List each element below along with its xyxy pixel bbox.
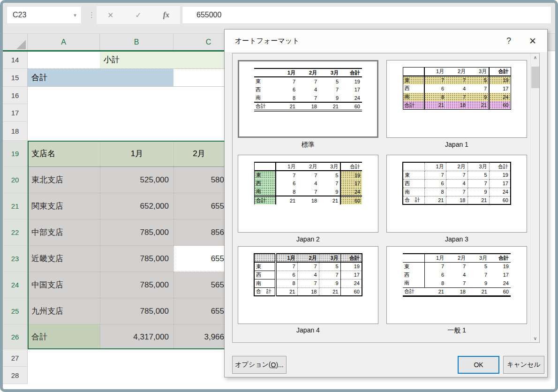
preview-mini-table: 1月2月3月合計東77519西64717南87924合計21182160 (254, 68, 362, 112)
cell-a25[interactable]: 九州支店 (28, 298, 100, 324)
format-label-ippan1: 一般 1 (386, 326, 527, 335)
format-option-japan2[interactable]: 1月2月3月合計東77519西64717南87924合計21182160 (238, 155, 378, 233)
row-header-25[interactable]: 25 (3, 298, 28, 324)
cell-c19[interactable]: 2月 (173, 141, 224, 166)
preview-mini-table: 1月2月3月合計東77519西64717南87924合 計21182160 (254, 253, 362, 296)
cell-a26[interactable]: 合計 (28, 324, 100, 349)
format-option-japan3[interactable]: 1月2月3月合計東77519西64717南87924合 計21182160 (386, 155, 527, 233)
cancel-icon[interactable]: ✕ (102, 11, 119, 20)
row-header-24[interactable]: 24 (3, 272, 28, 298)
scroll-down-icon[interactable]: ∨ (531, 334, 540, 342)
format-option-japan1[interactable]: 1月2月3月合計東77519西64717南87924合計21182160 (386, 60, 527, 138)
format-label-japan1: Japan 1 (386, 141, 527, 148)
preview-mini-table: 1月2月3月合計東77519西64717南87924合計21182160 (403, 253, 511, 297)
format-label-japan2: Japan 2 (238, 235, 378, 243)
drag-handle-icon: ⋮ (88, 6, 95, 24)
cell-a15[interactable]: 合計 (28, 69, 173, 87)
cell-a14[interactable] (28, 51, 100, 69)
dialog-titlebar: オートフォーマット ? ✕ (225, 30, 547, 52)
scrollbar-thumb[interactable] (531, 67, 539, 88)
cell-a19[interactable]: 支店名 (28, 141, 100, 166)
cell-b19[interactable]: 1月 (100, 141, 173, 166)
close-icon[interactable]: ✕ (518, 36, 547, 46)
row-header-18[interactable]: 18 (3, 122, 28, 141)
row-header-21[interactable]: 21 (3, 193, 28, 219)
row-header-27[interactable]: 27 (3, 349, 28, 367)
autoformat-dialog: オートフォーマット ? ✕ 1月2月3月合計東77519西64717南87924… (224, 29, 548, 377)
row-header-14[interactable]: 14 (3, 51, 28, 69)
preview-mini-table: 1月2月3月合計東77519西64717南87924合 計21182160 (402, 162, 511, 205)
select-all-button[interactable] (3, 34, 28, 51)
row-header-28[interactable]: 28 (3, 367, 28, 384)
row-header-26[interactable]: 26 (3, 324, 28, 349)
scrollbar[interactable]: ∧ ∨ (530, 53, 539, 342)
cell-a22[interactable]: 中部支店 (28, 219, 100, 246)
cell-b24[interactable]: 785,000 (100, 272, 173, 298)
cell-b25[interactable]: 785,000 (100, 298, 173, 324)
cell-a24[interactable]: 中国支店 (28, 272, 100, 298)
format-option-japan4[interactable]: 1月2月3月合計東77519西64717南87924合 計21182160 (238, 246, 378, 324)
cell-b22[interactable]: 785,000 (100, 219, 173, 246)
row-header-20[interactable]: 20 (3, 167, 28, 193)
cell-b21[interactable]: 652,000 (100, 193, 173, 219)
ok-button[interactable]: OK (458, 356, 499, 374)
scroll-up-icon[interactable]: ∧ (531, 53, 540, 61)
formula-buttons: ✕ ✓ fx (97, 6, 180, 24)
column-header-b[interactable]: B (100, 34, 173, 51)
window-frame: C23 ▾ ⋮ ✕ ✓ fx 655000 A B C 14 小計 15 合計 (0, 0, 558, 392)
formula-value: 655000 (182, 11, 221, 19)
format-label-standard: 標準 (238, 141, 378, 149)
formula-input[interactable]: 655000 (182, 6, 551, 24)
cell-b20[interactable]: 525,000 (100, 167, 173, 193)
row-header-22[interactable]: 22 (3, 219, 28, 246)
help-icon[interactable]: ? (499, 36, 518, 46)
preview-mini-table: 1月2月3月合計東77519西64717南87924合計21182160 (403, 67, 511, 110)
cell-a23[interactable]: 近畿支店 (28, 246, 100, 272)
table-header-row: 支店名 1月 2月 (28, 141, 224, 167)
chevron-down-icon[interactable]: ▾ (69, 12, 81, 18)
preview-mini-table: 1月2月3月合計東77519西64717南87924合計21182160 (254, 162, 362, 204)
cell-b23[interactable]: 785,000 (100, 246, 173, 272)
cell-a20[interactable]: 東北支店 (28, 167, 100, 193)
row-header-15[interactable]: 15 (3, 69, 28, 87)
cell-a21[interactable]: 関東支店 (28, 193, 100, 219)
options-button[interactable]: オプション(O)... (232, 356, 287, 374)
row-header-19[interactable]: 19 (3, 141, 28, 167)
cell-b26[interactable]: 4,317,000 (100, 324, 173, 349)
name-box-value: C23 (7, 11, 69, 19)
cell-b14[interactable]: 小計 (100, 51, 224, 69)
format-list: 1月2月3月合計東77519西64717南87924合計21182160 1月2… (232, 53, 540, 343)
format-option-standard[interactable]: 1月2月3月合計東77519西64717南87924合計21182160 (238, 60, 378, 138)
cancel-button[interactable]: キャンセル (503, 356, 544, 374)
insert-function-icon[interactable]: fx (158, 11, 174, 19)
dialog-title: オートフォーマット (225, 37, 499, 45)
row-header-23[interactable]: 23 (3, 246, 28, 272)
format-option-ippan1[interactable]: 1月2月3月合計東77519西64717南87924合計21182160 (386, 246, 527, 324)
format-label-japan4: Japan 4 (238, 326, 378, 334)
enter-icon[interactable]: ✓ (130, 11, 147, 20)
select-all-triangle-icon (16, 40, 26, 49)
selected-columns-underline (3, 50, 244, 52)
row-header-16[interactable]: 16 (3, 87, 28, 104)
name-box[interactable]: C23 ▾ (7, 6, 82, 24)
row-header-17[interactable]: 17 (3, 104, 28, 122)
format-label-japan3: Japan 3 (386, 235, 527, 243)
column-header-a[interactable]: A (28, 34, 100, 51)
